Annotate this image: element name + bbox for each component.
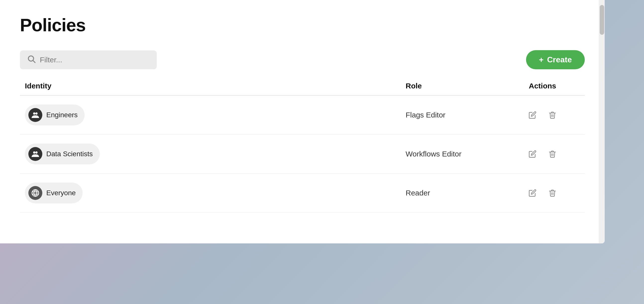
col-actions: Actions — [505, 82, 580, 90]
table-header: Identity Role Actions — [20, 82, 585, 96]
svg-point-3 — [35, 113, 38, 115]
identity-cell: Data Scientists — [25, 144, 406, 164]
edit-button[interactable] — [526, 187, 538, 199]
actions-cell — [505, 109, 580, 121]
actions-cell — [505, 187, 580, 199]
role-cell: Workflows Editor — [406, 150, 505, 158]
identity-name: Everyone — [46, 189, 76, 197]
role-text: Flags Editor — [406, 111, 446, 119]
svg-point-2 — [33, 113, 35, 115]
svg-line-1 — [33, 60, 35, 62]
role-cell: Flags Editor — [406, 111, 505, 119]
identity-cell: Engineers — [25, 105, 406, 126]
identity-chip: Everyone — [25, 182, 82, 203]
col-role: Role — [406, 82, 505, 90]
main-panel: Policies + Create Identity Role Actions — [0, 0, 605, 243]
identity-cell: Everyone — [25, 182, 406, 203]
delete-button[interactable] — [546, 148, 558, 160]
avatar — [28, 108, 42, 122]
table-row: Engineers Flags Editor — [20, 96, 585, 135]
delete-button[interactable] — [546, 109, 558, 121]
avatar — [28, 147, 42, 161]
edit-button[interactable] — [526, 148, 538, 160]
col-identity: Identity — [25, 82, 406, 90]
search-icon — [27, 54, 36, 65]
scrollbar[interactable] — [599, 0, 605, 243]
role-text: Reader — [406, 189, 430, 197]
role-cell: Reader — [406, 189, 505, 197]
svg-point-4 — [33, 152, 35, 154]
identity-name: Data Scientists — [46, 150, 93, 158]
identity-chip: Engineers — [25, 105, 84, 126]
search-input[interactable] — [40, 56, 150, 64]
create-button[interactable]: + Create — [526, 50, 585, 69]
table-row: Everyone Reader — [20, 174, 585, 213]
search-box[interactable] — [20, 50, 157, 69]
identity-chip: Data Scientists — [25, 144, 100, 164]
edit-button[interactable] — [526, 109, 538, 121]
svg-point-6 — [32, 190, 39, 196]
role-text: Workflows Editor — [406, 150, 462, 158]
table-row: Data Scientists Workflows Editor — [20, 135, 585, 174]
actions-cell — [505, 148, 580, 160]
avatar — [28, 186, 42, 200]
create-label: Create — [547, 55, 572, 64]
svg-point-5 — [35, 152, 38, 154]
identity-name: Engineers — [46, 111, 78, 119]
scrollbar-thumb[interactable] — [600, 5, 604, 35]
page-title: Policies — [20, 15, 585, 35]
toolbar: + Create — [20, 50, 585, 69]
delete-button[interactable] — [546, 187, 558, 199]
create-plus-icon: + — [539, 55, 544, 64]
